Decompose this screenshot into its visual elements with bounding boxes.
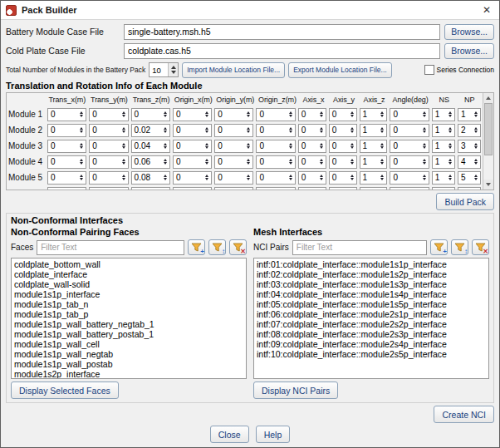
faces-filter-clear-button[interactable]: ✕ <box>229 239 247 255</box>
np-spinbox[interactable]: 5 <box>458 171 481 185</box>
table-scrollbar[interactable] <box>483 93 493 190</box>
spinner-arrows-icon[interactable] <box>318 143 325 149</box>
spinner-arrows-icon[interactable] <box>421 175 428 180</box>
ns-spinbox[interactable]: 1 <box>432 171 455 185</box>
series-connection-checkbox[interactable] <box>424 65 434 75</box>
trans-x-spinbox[interactable]: 0 <box>47 155 86 169</box>
trans-y-spinbox[interactable]: 0 <box>89 124 128 137</box>
trans-y-spinbox[interactable]: 0 <box>89 108 128 121</box>
spinner-arrows-icon[interactable] <box>162 143 169 149</box>
nci-pair-list-item[interactable]: intf:01:coldplate_interface::module1s1p_… <box>257 259 486 269</box>
spinner-arrows-icon[interactable] <box>245 143 252 149</box>
trans-y-spinbox[interactable]: 0 <box>89 171 128 185</box>
module-count-spinner[interactable] <box>168 63 178 76</box>
trans-y-spinbox[interactable]: 0 <box>89 140 128 153</box>
spinner-arrows-icon[interactable] <box>245 175 252 180</box>
spinner-arrows-icon[interactable] <box>349 127 355 133</box>
spinner-arrows-icon[interactable] <box>78 127 85 133</box>
trans-y-spinbox[interactable]: 0 <box>89 187 128 190</box>
faces-list-item[interactable]: module1s1p_interface <box>14 289 243 299</box>
spinner-arrows-icon[interactable] <box>287 111 294 117</box>
spinner-arrows-icon[interactable] <box>120 143 127 149</box>
spinner-arrows-icon[interactable] <box>447 143 453 149</box>
faces-list-item[interactable]: coldplate_interface <box>14 269 243 279</box>
spinner-arrows-icon[interactable] <box>120 111 127 117</box>
ns-spinbox[interactable]: 1 <box>432 155 455 169</box>
scroll-up-icon[interactable] <box>483 93 493 103</box>
spinner-arrows-icon[interactable] <box>421 111 428 117</box>
spinner-arrows-icon[interactable] <box>162 127 169 133</box>
angle-spinbox[interactable]: 0 <box>390 124 429 137</box>
spinner-arrows-icon[interactable] <box>245 127 252 133</box>
axis-y-spinbox[interactable]: 0 <box>329 108 357 121</box>
spinner-arrows-icon[interactable] <box>78 143 85 149</box>
axis-x-spinbox[interactable]: 0 <box>298 108 326 121</box>
trans-y-spinbox[interactable]: 0 <box>89 155 128 169</box>
spinner-arrows-icon[interactable] <box>349 143 355 149</box>
spinner-arrows-icon[interactable] <box>287 175 294 180</box>
spinner-arrows-icon[interactable] <box>318 175 325 180</box>
origin-y-spinbox[interactable]: 0 <box>214 187 253 190</box>
origin-x-spinbox[interactable]: 0 <box>173 155 212 169</box>
help-button[interactable]: Help <box>256 426 291 443</box>
spinner-arrows-icon[interactable] <box>287 143 294 149</box>
spinner-arrows-icon[interactable] <box>447 159 453 165</box>
axis-y-spinbox[interactable]: 0 <box>329 140 357 153</box>
trans-z-spinbox[interactable]: 0.1 <box>131 187 170 190</box>
origin-z-spinbox[interactable]: 0 <box>256 171 295 185</box>
nci-pair-list-item[interactable]: intf:04:coldplate_interface::module1s4p_… <box>257 289 486 299</box>
create-nci-button[interactable]: Create NCI <box>434 406 494 423</box>
spinner-arrows-icon[interactable] <box>379 143 385 149</box>
spinner-arrows-icon[interactable] <box>120 127 127 133</box>
origin-z-spinbox[interactable]: 0 <box>256 155 295 169</box>
spinner-arrows-icon[interactable] <box>473 111 479 117</box>
ns-spinbox[interactable]: 1 <box>432 124 455 137</box>
spinner-arrows-icon[interactable] <box>162 111 169 117</box>
np-spinbox[interactable]: 1 <box>458 187 481 190</box>
trans-x-spinbox[interactable]: 0 <box>47 124 86 137</box>
nci-pair-list-item[interactable]: intf:03:coldplate_interface::module1s3p_… <box>257 279 486 289</box>
origin-y-spinbox[interactable]: 0 <box>214 140 253 153</box>
axis-z-spinbox[interactable]: 1 <box>360 171 388 185</box>
spinner-arrows-icon[interactable] <box>379 127 385 133</box>
faces-list-item[interactable]: coldplate_wall-solid <box>14 279 243 289</box>
spinner-arrows-icon[interactable] <box>245 159 252 165</box>
faces-filter-add-button[interactable]: + <box>188 239 205 255</box>
axis-y-spinbox[interactable]: 0 <box>329 155 357 169</box>
spinner-arrows-icon[interactable] <box>349 111 355 117</box>
spinner-arrows-icon[interactable] <box>287 127 294 133</box>
trans-x-spinbox[interactable]: 0 <box>47 187 86 190</box>
spinner-arrows-icon[interactable] <box>349 175 355 180</box>
axis-z-spinbox[interactable]: 1 <box>360 124 388 137</box>
nci-pair-list-item[interactable]: intf:06:coldplate_interface::module2s1p_… <box>257 309 486 319</box>
axis-x-spinbox[interactable]: 0 <box>298 124 326 137</box>
faces-filter-input[interactable] <box>37 240 184 255</box>
nci-pair-list-item[interactable]: intf:07:coldplate_interface::module2s2p_… <box>257 319 486 329</box>
angle-spinbox[interactable]: 0 <box>390 171 429 185</box>
spinner-arrows-icon[interactable] <box>318 127 325 133</box>
nci-filter-clear-button[interactable]: ✕ <box>472 239 489 255</box>
trans-x-spinbox[interactable]: 0 <box>47 171 86 185</box>
nci-pair-list-item[interactable]: intf:10:coldplate_interface::module2s5p_… <box>257 349 486 359</box>
spinner-arrows-icon[interactable] <box>473 127 479 133</box>
faces-list-item[interactable]: module1s1p_wall_postab <box>14 359 243 369</box>
trans-x-spinbox[interactable]: 0 <box>47 140 86 153</box>
angle-spinbox[interactable]: 0 <box>390 108 429 121</box>
nci-filter-add-button[interactable]: + <box>430 239 448 255</box>
trans-z-spinbox[interactable]: 0.08 <box>131 171 170 185</box>
axis-x-spinbox[interactable]: 0 <box>298 171 326 185</box>
np-spinbox[interactable]: 2 <box>458 124 481 137</box>
axis-x-spinbox[interactable]: 0 <box>298 187 326 190</box>
title-bar[interactable]: Pack Builder ✕ <box>1 1 499 20</box>
spinner-arrows-icon[interactable] <box>287 159 294 165</box>
spinner-arrows-icon[interactable] <box>203 143 210 149</box>
trans-z-spinbox[interactable]: 0 <box>131 108 170 121</box>
spinner-arrows-icon[interactable] <box>473 143 479 149</box>
faces-list-item[interactable]: module1s2p_interface <box>14 369 243 379</box>
spinner-arrows-icon[interactable] <box>447 175 453 180</box>
faces-list-item[interactable]: module1s1p_wall_battery_negtab_1 <box>14 319 243 329</box>
ns-spinbox[interactable]: 1 <box>432 140 455 153</box>
np-spinbox[interactable]: 1 <box>458 108 481 121</box>
origin-y-spinbox[interactable]: 0 <box>214 171 253 185</box>
nci-pair-list-item[interactable]: intf:02:coldplate_interface::module1s2p_… <box>257 269 486 279</box>
